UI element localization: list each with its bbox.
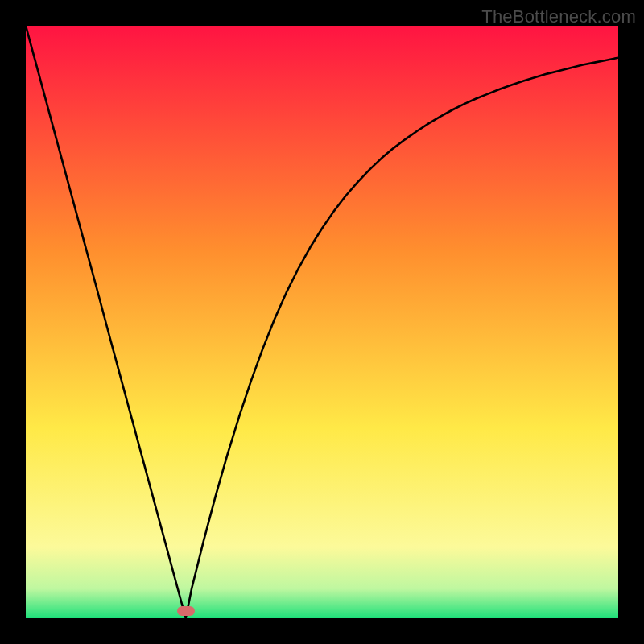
chart-frame: TheBottleneck.com [0, 0, 644, 644]
minimum-marker [177, 606, 195, 616]
bottleneck-curve [26, 26, 618, 618]
watermark-text: TheBottleneck.com [481, 6, 636, 27]
plot-area [26, 26, 618, 618]
